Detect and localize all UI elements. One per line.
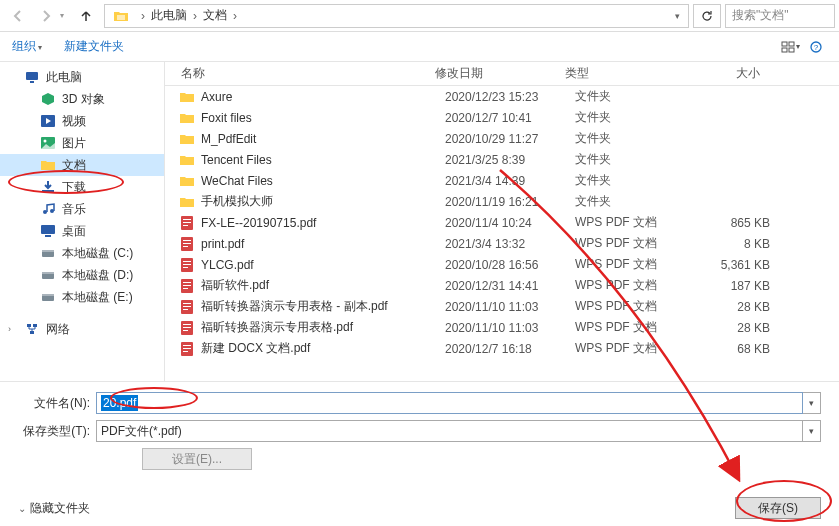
file-name: 福昕软件.pdf [201, 277, 445, 294]
file-row[interactable]: YLCG.pdf2020/10/28 16:56WPS PDF 文档5,361 … [165, 254, 839, 275]
file-row[interactable]: 新建 DOCX 文档.pdf2020/12/7 16:18WPS PDF 文档6… [165, 338, 839, 359]
sidebar-item-下载[interactable]: 下载 [0, 176, 164, 198]
filename-history-dropdown[interactable]: ▾ [803, 392, 821, 414]
breadcrumb-item[interactable]: 文档 [203, 7, 227, 24]
sidebar-item-label: 音乐 [62, 201, 86, 218]
sidebar-item-此电脑[interactable]: 此电脑 [0, 66, 164, 88]
folder-icon [179, 132, 195, 146]
pdf-icon [179, 279, 195, 293]
file-row[interactable]: M_PdfEdit2020/10/29 11:27文件夹 [165, 128, 839, 149]
file-size: 68 KB [690, 342, 790, 356]
history-dropdown-icon[interactable]: ▾ [60, 11, 72, 20]
sidebar-item-图片[interactable]: 图片 [0, 132, 164, 154]
column-date[interactable]: 修改日期 [435, 65, 565, 82]
column-size[interactable]: 大小 [680, 65, 780, 82]
file-type: 文件夹 [575, 193, 690, 210]
column-type[interactable]: 类型 [565, 65, 680, 82]
hide-folders-toggle[interactable]: ⌄ 隐藏文件夹 [18, 500, 90, 517]
filetype-dropdown[interactable]: ▾ [803, 420, 821, 442]
file-row[interactable]: 福昕软件.pdf2020/12/31 14:41WPS PDF 文档187 KB [165, 275, 839, 296]
tree-expand-icon[interactable]: › [8, 324, 11, 334]
folder-tree[interactable]: 此电脑3D 对象视频图片文档下载音乐桌面本地磁盘 (C:)本地磁盘 (D:)本地… [0, 62, 165, 381]
sidebar-item-网络[interactable]: ›网络 [0, 318, 164, 340]
svg-rect-30 [183, 240, 191, 241]
file-size: 187 KB [690, 279, 790, 293]
file-type: WPS PDF 文档 [575, 298, 690, 315]
pdf-icon [179, 216, 195, 230]
svg-rect-48 [183, 330, 188, 331]
sidebar-item-桌面[interactable]: 桌面 [0, 220, 164, 242]
chevron-down-icon: ▾ [38, 43, 42, 52]
column-name[interactable]: 名称 [165, 65, 435, 82]
sidebar-item-3D 对象[interactable]: 3D 对象 [0, 88, 164, 110]
file-row[interactable]: print.pdf2021/3/4 13:32WPS PDF 文档8 KB [165, 233, 839, 254]
sidebar-item-视频[interactable]: 视频 [0, 110, 164, 132]
filetype-select[interactable]: PDF文件(*.pdf) [96, 420, 803, 442]
view-mode-button[interactable]: ▾ [779, 37, 801, 57]
sidebar-item-本地磁盘 (D:)[interactable]: 本地磁盘 (D:) [0, 264, 164, 286]
file-name: 福昕转换器演示专用表格 - 副本.pdf [201, 298, 445, 315]
svg-rect-14 [41, 225, 55, 234]
settings-button: 设置(E)... [142, 448, 252, 470]
file-row[interactable]: Tencent Files2021/3/25 8:39文件夹 [165, 149, 839, 170]
svg-rect-31 [183, 243, 191, 244]
sidebar-item-本地磁盘 (E:)[interactable]: 本地磁盘 (E:) [0, 286, 164, 308]
svg-rect-22 [27, 324, 31, 327]
nav-back-button[interactable] [4, 4, 32, 28]
file-name: WeChat Files [201, 174, 445, 188]
svg-rect-0 [117, 15, 125, 20]
nav-forward-button[interactable] [32, 4, 60, 28]
pc-icon [24, 70, 40, 84]
file-date: 2020/11/4 10:24 [445, 216, 575, 230]
organize-label: 组织 [12, 39, 36, 53]
new-folder-button[interactable]: 新建文件夹 [64, 38, 124, 55]
help-button[interactable]: ? [805, 37, 827, 57]
save-button[interactable]: 保存(S) [735, 497, 821, 519]
disk-icon [40, 268, 56, 282]
sidebar-item-本地磁盘 (C:)[interactable]: 本地磁盘 (C:) [0, 242, 164, 264]
sidebar-item-音乐[interactable]: 音乐 [0, 198, 164, 220]
file-row[interactable]: Axure2020/12/23 15:23文件夹 [165, 86, 839, 107]
file-row[interactable]: 福昕转换器演示专用表格.pdf2020/11/10 11:03WPS PDF 文… [165, 317, 839, 338]
search-input[interactable]: 搜索"文档" [725, 4, 835, 28]
filename-input[interactable]: 20.pdf [96, 392, 803, 414]
chevron-down-icon[interactable]: ▾ [675, 11, 680, 21]
network-icon [24, 322, 40, 336]
organize-button[interactable]: 组织▾ [12, 38, 42, 55]
sidebar-item-文档[interactable]: 文档 [0, 154, 164, 176]
file-date: 2020/12/23 15:23 [445, 90, 575, 104]
search-placeholder: 搜索"文档" [732, 7, 789, 24]
sidebar-item-label: 图片 [62, 135, 86, 152]
folder-icon [179, 153, 195, 167]
svg-rect-50 [183, 345, 191, 346]
pdf-icon [179, 237, 195, 251]
file-row[interactable]: 福昕转换器演示专用表格 - 副本.pdf2020/11/10 11:03WPS … [165, 296, 839, 317]
file-type: 文件夹 [575, 151, 690, 168]
folder-icon [113, 8, 129, 24]
refresh-button[interactable] [693, 4, 721, 28]
file-type: WPS PDF 文档 [575, 256, 690, 273]
svg-rect-1 [782, 42, 787, 46]
address-bar[interactable]: › 此电脑 › 文档 › ▾ [104, 4, 689, 28]
file-row[interactable]: FX-LE--20190715.pdf2020/11/4 10:24WPS PD… [165, 212, 839, 233]
file-size: 28 KB [690, 321, 790, 335]
svg-point-11 [44, 140, 47, 143]
svg-rect-21 [42, 294, 54, 296]
svg-rect-44 [183, 309, 188, 310]
svg-rect-17 [42, 250, 54, 252]
file-name: 新建 DOCX 文档.pdf [201, 340, 445, 357]
nav-up-button[interactable] [72, 4, 100, 28]
file-date: 2021/3/25 8:39 [445, 153, 575, 167]
file-type: WPS PDF 文档 [575, 319, 690, 336]
breadcrumb-item[interactable]: 此电脑 [151, 7, 187, 24]
file-row[interactable]: WeChat Files2021/3/4 14:39文件夹 [165, 170, 839, 191]
file-type: WPS PDF 文档 [575, 340, 690, 357]
file-row[interactable]: 手机模拟大师2020/11/19 16:21文件夹 [165, 191, 839, 212]
file-list[interactable]: 名称 修改日期 类型 大小 Axure2020/12/23 15:23文件夹Fo… [165, 62, 839, 381]
pdf-icon [179, 321, 195, 335]
file-size: 5,361 KB [690, 258, 790, 272]
svg-text:?: ? [814, 43, 819, 52]
svg-rect-27 [183, 222, 191, 223]
file-row[interactable]: Foxit files2020/12/7 10:41文件夹 [165, 107, 839, 128]
svg-rect-4 [789, 48, 794, 52]
